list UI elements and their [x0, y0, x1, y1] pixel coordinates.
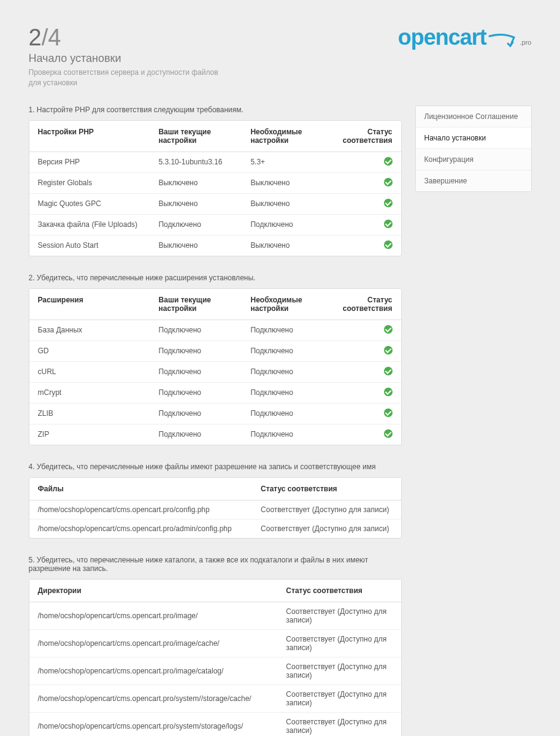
status-cell [334, 382, 401, 403]
table-cell: Выключено [150, 193, 242, 214]
section-lead: 5. Убедитесь, что перечисленные ниже кат… [29, 556, 402, 573]
table-cell: Подключено [242, 214, 334, 235]
table-cell: Подключено [150, 361, 242, 382]
table-cell: Подключено [242, 361, 334, 382]
check-ok-icon [384, 429, 393, 438]
table-cell: Подключено [150, 340, 242, 361]
logo-text: opencart [398, 25, 486, 50]
sidebar-step-item[interactable]: Конфигурация [416, 149, 531, 171]
table-cell: Подключено [150, 403, 242, 424]
table-cell: Закачка файла (File Uploads) [29, 214, 150, 235]
table-row: /home/ocshop/opencart/cms.opencart.pro/s… [29, 712, 401, 736]
status-cell [334, 151, 401, 172]
status-cell: Соответствует (Доступно для записи) [252, 500, 401, 519]
sidebar-step-item[interactable]: Завершение [416, 171, 531, 191]
status-cell: Соответствует (Доступно для записи) [277, 629, 401, 657]
extensions-table: Расширения Ваши текущие настройки Необхо… [29, 288, 402, 445]
page-subtitle: Проверка соответствия сервера и доступно… [29, 67, 225, 88]
table-row: Register GlobalsВыключеноВыключено [29, 172, 401, 193]
check-ok-icon [384, 157, 393, 166]
status-cell [334, 361, 401, 382]
table-row: ZLIBПодключеноПодключено [29, 403, 401, 424]
table-cell: Подключено [242, 320, 334, 340]
col-status: Статус соответствия [334, 289, 401, 320]
table-cell: Register Globals [29, 172, 150, 193]
status-cell: Соответствует (Доступно для записи) [277, 657, 401, 684]
files-table: Файлы Статус соответствия /home/ocshop/o… [29, 477, 402, 539]
table-row: /home/ocshop/opencart/cms.opencart.pro/i… [29, 629, 401, 657]
table-cell: mCrypt [29, 382, 150, 403]
table-cell: База Данных [29, 320, 150, 340]
header: 2/4 Начало установки Проверка соответств… [29, 25, 532, 88]
table-cell: Выключено [150, 235, 242, 256]
section-lead: 4. Убедитесь, что перечисленные ниже фай… [29, 462, 402, 471]
col-current: Ваши текущие настройки [150, 289, 242, 320]
table-cell: Версия PHP [29, 151, 150, 172]
step-total: /4 [42, 25, 61, 50]
col-required: Необходимые настройки [242, 121, 334, 152]
status-cell: Соответствует (Доступно для записи) [277, 712, 401, 736]
table-cell: Session Auto Start [29, 235, 150, 256]
section-lead: 2. Убедитесь, что перечисленные ниже рас… [29, 274, 402, 282]
status-cell [334, 424, 401, 445]
table-row: Magic Quotes GPCВыключеноВыключено [29, 193, 401, 214]
status-cell: Соответствует (Доступно для записи) [277, 602, 401, 629]
cart-arrow-icon [488, 34, 516, 52]
col-setting: Настройки PHP [29, 121, 150, 152]
col-file: Файлы [29, 478, 253, 500]
table-row: Версия PHP5.3.10-1ubuntu3.165.3+ [29, 151, 401, 172]
steps-sidebar: Лицензионное СоглашениеНачало установкиК… [415, 105, 532, 192]
status-cell [334, 214, 401, 235]
table-row: GDПодключеноПодключено [29, 340, 401, 361]
php-settings-table: Настройки PHP Ваши текущие настройки Нео… [29, 120, 402, 256]
check-ok-icon [384, 346, 393, 355]
status-cell: Соответствует (Доступно для записи) [277, 684, 401, 712]
status-cell [334, 340, 401, 361]
status-cell [334, 193, 401, 214]
col-required: Необходимые настройки [242, 289, 334, 320]
table-cell: Подключено [150, 424, 242, 445]
table-cell: Подключено [242, 340, 334, 361]
path-cell: /home/ocshop/opencart/cms.opencart.pro/s… [29, 712, 278, 736]
check-ok-icon [384, 220, 393, 228]
status-cell: Соответствует (Доступно для записи) [252, 519, 401, 538]
table-row: /home/ocshop/opencart/cms.opencart.pro/i… [29, 657, 401, 684]
table-row: /home/ocshop/opencart/cms.opencart.pro/c… [29, 500, 401, 519]
col-current: Ваши текущие настройки [150, 121, 242, 152]
table-cell: 5.3+ [242, 151, 334, 172]
sidebar-step-item[interactable]: Начало установки [416, 128, 531, 149]
table-cell: Magic Quotes GPC [29, 193, 150, 214]
table-cell: cURL [29, 361, 150, 382]
check-ok-icon [384, 408, 393, 417]
table-row: /home/ocshop/opencart/cms.opencart.pro/s… [29, 684, 401, 712]
path-cell: /home/ocshop/opencart/cms.opencart.pro/i… [29, 629, 278, 657]
table-row: База ДанныхПодключеноПодключено [29, 320, 401, 340]
path-cell: /home/ocshop/opencart/cms.opencart.pro/i… [29, 657, 278, 684]
page-title: Начало установки [29, 52, 225, 65]
status-cell [334, 235, 401, 256]
table-cell: Выключено [242, 172, 334, 193]
path-cell: /home/ocshop/opencart/cms.opencart.pro/s… [29, 684, 278, 712]
directories-table: Директории Статус соответствия /home/ocs… [29, 579, 402, 736]
table-cell: Подключено [242, 424, 334, 445]
table-cell: ZLIB [29, 403, 150, 424]
path-cell: /home/ocshop/opencart/cms.opencart.pro/i… [29, 602, 278, 629]
sidebar-step-item[interactable]: Лицензионное Соглашение [416, 106, 531, 128]
table-row: cURLПодключеноПодключено [29, 361, 401, 382]
check-ok-icon [384, 199, 393, 207]
status-cell [334, 172, 401, 193]
col-extension: Расширения [29, 289, 150, 320]
table-cell: Подключено [150, 214, 242, 235]
table-row: /home/ocshop/opencart/cms.opencart.pro/i… [29, 602, 401, 629]
table-cell: Выключено [242, 193, 334, 214]
check-ok-icon [384, 325, 393, 334]
check-ok-icon [384, 367, 393, 375]
table-row: Закачка файла (File Uploads)ПодключеноПо… [29, 214, 401, 235]
status-cell [334, 320, 401, 340]
table-row: Session Auto StartВыключеноВыключено [29, 235, 401, 256]
check-ok-icon [384, 178, 393, 186]
table-row: ZIPПодключеноПодключено [29, 424, 401, 445]
status-cell [334, 403, 401, 424]
path-cell: /home/ocshop/opencart/cms.opencart.pro/a… [29, 519, 253, 538]
table-cell: Выключено [150, 172, 242, 193]
